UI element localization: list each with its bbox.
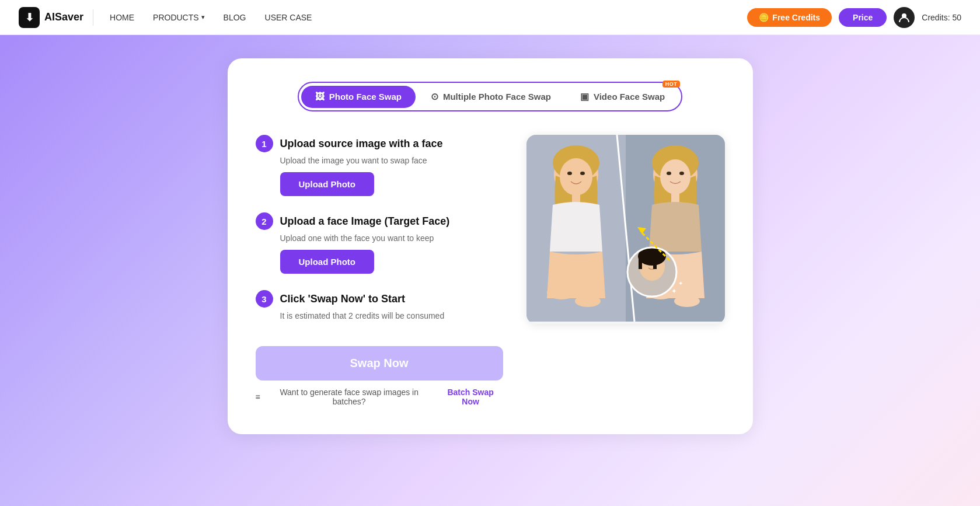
step-2: 2 Upload a face Image (Target Face) Uplo… xyxy=(256,212,503,274)
svg-rect-29 xyxy=(653,254,657,269)
batch-note: ≡ Want to generate face swap images in b… xyxy=(256,388,503,406)
photo-tab-icon: 🖼 xyxy=(315,92,325,102)
user-icon xyxy=(898,12,910,23)
upload-photo-button-1[interactable]: Upload Photo xyxy=(280,172,375,196)
step-3-title: Click 'Swap Now' to Start xyxy=(280,293,406,305)
step-2-number: 2 xyxy=(256,212,273,230)
nav-link-user-case[interactable]: USER CASE xyxy=(258,9,319,26)
coin-icon: 🪙 xyxy=(759,13,769,22)
batch-stack-icon: ≡ xyxy=(256,392,260,402)
svg-point-18 xyxy=(679,172,684,175)
svg-point-6 xyxy=(560,158,592,196)
swap-now-button[interactable]: Swap Now xyxy=(256,346,503,381)
avatar[interactable] xyxy=(894,7,915,28)
nav-right: 🪙 Free Credits Price Credits: 50 xyxy=(747,7,961,28)
tab-photo-face-swap[interactable]: 🖼 Photo Face Swap xyxy=(301,86,416,108)
image-preview-column: ✦ ✦ xyxy=(526,135,725,324)
svg-text:✦: ✦ xyxy=(678,280,683,287)
batch-swap-link[interactable]: Batch Swap Now xyxy=(438,388,503,406)
nav-links: HOME PRODUCTS ▾ BLOG USER CASE xyxy=(103,9,319,26)
step-1-number: 1 xyxy=(256,135,273,152)
face-swap-preview: ✦ ✦ xyxy=(526,135,725,324)
svg-point-7 xyxy=(567,172,572,175)
steps-column: 1 Upload source image with a face Upload… xyxy=(256,135,503,406)
tab-multiple-photo-face-swap[interactable]: ⊙ Multiple Photo Face Swap xyxy=(417,85,565,108)
nav-link-blog[interactable]: BLOG xyxy=(217,9,253,26)
upload-photo-button-2[interactable]: Upload Photo xyxy=(280,250,375,274)
svg-point-16 xyxy=(660,159,690,194)
multiple-tab-icon: ⊙ xyxy=(431,91,438,102)
chevron-down-icon: ▾ xyxy=(201,13,205,21)
tabs-row: 🖼 Photo Face Swap ⊙ Multiple Photo Face … xyxy=(298,82,683,111)
hot-badge: HOT xyxy=(662,81,681,88)
svg-text:✦: ✦ xyxy=(671,287,677,295)
step-3-desc: It is estimated that 2 credits will be c… xyxy=(280,311,503,320)
credits-display: Credits: 50 xyxy=(922,13,961,22)
step-1: 1 Upload source image with a face Upload… xyxy=(256,135,503,196)
svg-point-17 xyxy=(667,172,671,175)
step-3-header: 3 Click 'Swap Now' to Start xyxy=(256,290,503,308)
nav-link-products[interactable]: PRODUCTS ▾ xyxy=(146,9,212,26)
logo-text: AISaver xyxy=(44,11,83,23)
content-card: 🖼 Photo Face Swap ⊙ Multiple Photo Face … xyxy=(228,58,753,434)
tab-video-face-swap[interactable]: ▣ Video Face Swap HOT xyxy=(566,85,679,108)
step-2-desc: Upload one with the face you want to kee… xyxy=(280,233,503,243)
step-3: 3 Click 'Swap Now' to Start It is estima… xyxy=(256,290,503,320)
logo[interactable]: ⬇ AISaver xyxy=(19,7,83,28)
svg-point-8 xyxy=(580,172,585,175)
nav-divider xyxy=(93,9,93,26)
step-2-title: Upload a face Image (Target Face) xyxy=(280,215,450,228)
svg-point-10 xyxy=(547,285,576,299)
preview-svg: ✦ ✦ xyxy=(526,135,725,322)
step-3-number: 3 xyxy=(256,290,273,308)
step-1-desc: Upload the image you want to swap face xyxy=(280,156,503,165)
step-1-title: Upload source image with a face xyxy=(280,138,443,150)
svg-point-11 xyxy=(575,295,601,307)
svg-point-21 xyxy=(674,295,700,307)
main-background: 🖼 Photo Face Swap ⊙ Multiple Photo Face … xyxy=(0,35,980,506)
price-button[interactable]: Price xyxy=(839,8,887,27)
free-credits-button[interactable]: 🪙 Free Credits xyxy=(747,8,832,27)
navbar: ⬇ AISaver HOME PRODUCTS ▾ BLOG USER CASE… xyxy=(0,0,980,35)
logo-icon: ⬇ xyxy=(19,7,40,28)
steps-image-row: 1 Upload source image with a face Upload… xyxy=(256,135,725,406)
step-2-header: 2 Upload a face Image (Target Face) xyxy=(256,212,503,230)
nav-link-home[interactable]: HOME xyxy=(103,9,141,26)
svg-rect-28 xyxy=(639,254,642,269)
video-tab-icon: ▣ xyxy=(580,91,589,102)
step-1-header: 1 Upload source image with a face xyxy=(256,135,503,152)
